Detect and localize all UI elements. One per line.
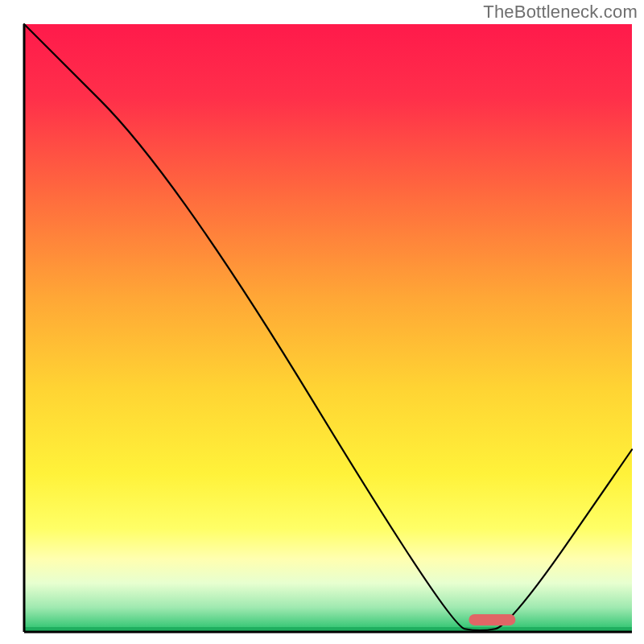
- watermark-text: TheBottleneck.com: [483, 2, 638, 23]
- optimal-range-marker: [469, 614, 515, 625]
- chart-container: TheBottleneck.com: [0, 0, 644, 644]
- bottleneck-chart: [0, 0, 644, 644]
